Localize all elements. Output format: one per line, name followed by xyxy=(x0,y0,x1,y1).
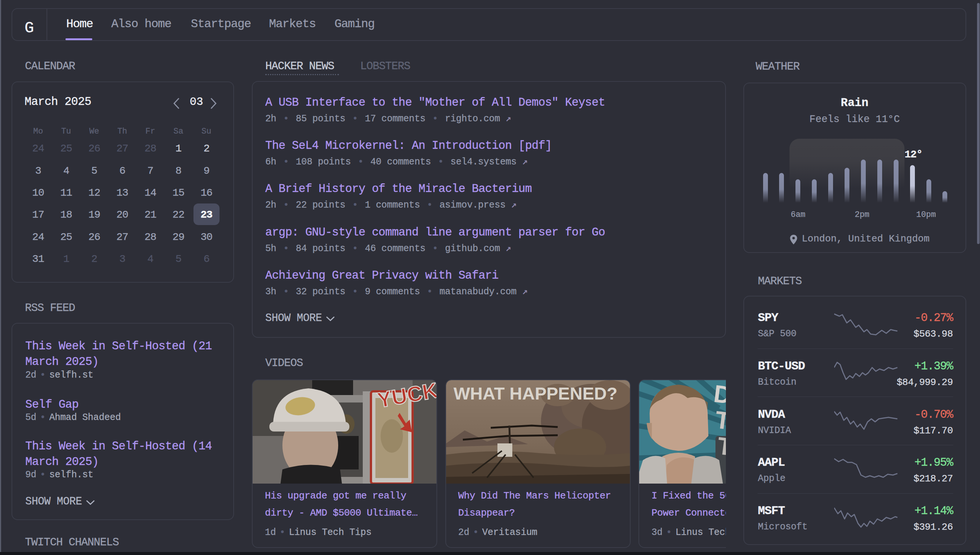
svg-text:WHAT HAPPENED?: WHAT HAPPENED? xyxy=(454,383,617,403)
